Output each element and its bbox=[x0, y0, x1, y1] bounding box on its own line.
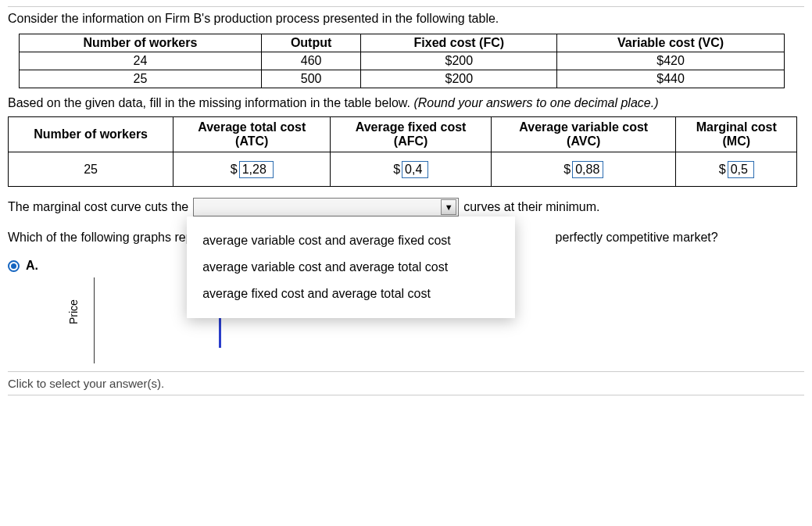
t1-h1: Number of workers bbox=[20, 34, 262, 52]
y-axis bbox=[94, 277, 95, 363]
t1-r2c2: 500 bbox=[261, 70, 361, 88]
dollar-sign: $ bbox=[563, 163, 571, 177]
avc-input[interactable] bbox=[572, 161, 603, 178]
t1-r2c1: 25 bbox=[20, 70, 262, 88]
footer-instruction: Click to select your answer(s). bbox=[8, 372, 804, 393]
calc-table: Number of workers Average total cost(ATC… bbox=[8, 116, 797, 187]
t1-h4: Variable cost (VC) bbox=[557, 34, 785, 52]
t2-h3: Average fixed cost(AFC) bbox=[331, 117, 492, 152]
curves-dropdown[interactable]: ▼ bbox=[193, 198, 459, 216]
t1-h2: Output bbox=[261, 34, 361, 52]
atc-input[interactable] bbox=[239, 161, 274, 178]
t2-h5: Marginal cost(MC) bbox=[676, 117, 797, 152]
t2-h2: Average total cost(ATC) bbox=[173, 117, 331, 152]
t2-h1: Number of workers bbox=[9, 117, 173, 152]
intro-text: Consider the information on Firm B's pro… bbox=[8, 12, 804, 26]
table-row: 25 $ $ $ $ bbox=[9, 152, 797, 187]
dropdown-option[interactable]: average variable cost and average total … bbox=[199, 254, 503, 281]
avc-cell: $ bbox=[491, 152, 676, 187]
dollar-sign: $ bbox=[393, 163, 400, 177]
t1-r2c4: $440 bbox=[557, 70, 785, 88]
sentence1-post: curves at their minimum. bbox=[463, 200, 599, 214]
mc-input[interactable] bbox=[728, 161, 754, 178]
option-a-label: A. bbox=[26, 259, 38, 273]
sentence1-pre: The marginal cost curve cuts the bbox=[8, 200, 188, 214]
instruction-text: Based on the given data, fill in the mis… bbox=[8, 96, 804, 110]
mc-cell: $ bbox=[676, 152, 797, 187]
atc-cell: $ bbox=[173, 152, 331, 187]
dollar-sign: $ bbox=[719, 163, 726, 177]
t1-r2c3: $200 bbox=[361, 70, 557, 88]
instr-pre: Based on the given data, fill in the mis… bbox=[8, 96, 413, 109]
instr-italic: (Round your answers to one decimal place… bbox=[413, 96, 658, 109]
sentence2-post: perfectly competitive market? bbox=[556, 231, 718, 245]
t2-h4: Average variable cost(AVC) bbox=[491, 117, 676, 152]
afc-cell: $ bbox=[331, 152, 492, 187]
dropdown-option[interactable]: average variable cost and average fixed … bbox=[199, 227, 503, 254]
sentence2-pre: Which of the following graphs rep bbox=[8, 231, 193, 245]
option-a-radio[interactable] bbox=[8, 260, 20, 272]
chevron-down-icon: ▼ bbox=[441, 199, 456, 215]
production-table: Number of workers Output Fixed cost (FC)… bbox=[19, 34, 785, 88]
t1-r1c1: 24 bbox=[20, 52, 262, 70]
afc-input[interactable] bbox=[402, 161, 428, 178]
table-row: 25 500 $200 $440 bbox=[20, 70, 785, 88]
table-row: 24 460 $200 $420 bbox=[20, 52, 785, 70]
t1-r1c2: 460 bbox=[261, 52, 361, 70]
dropdown-option[interactable]: average fixed cost and average total cos… bbox=[199, 281, 503, 307]
dollar-sign: $ bbox=[231, 163, 238, 177]
t2-workers: 25 bbox=[9, 152, 173, 187]
y-axis-label: Price bbox=[67, 299, 80, 324]
t1-r1c3: $200 bbox=[361, 52, 557, 70]
t1-r1c4: $420 bbox=[557, 52, 785, 70]
t1-h3: Fixed cost (FC) bbox=[361, 34, 557, 52]
dropdown-menu: average variable cost and average fixed … bbox=[187, 216, 515, 318]
